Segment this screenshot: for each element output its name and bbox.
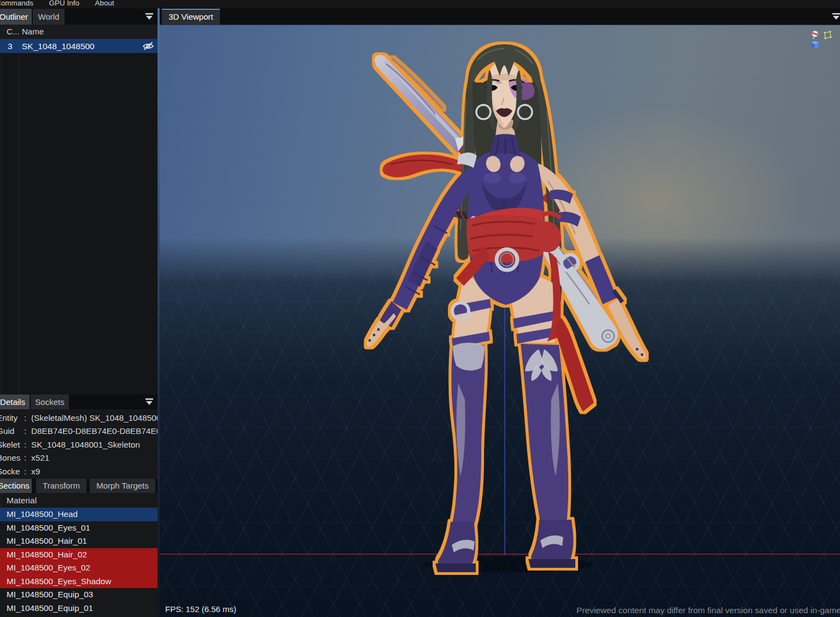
character-model: [160, 25, 840, 617]
tab-world[interactable]: World: [33, 9, 65, 25]
material-row[interactable]: MI_1048500_Eyes_01: [0, 521, 158, 535]
menu-commands[interactable]: Commands: [0, 0, 33, 9]
column-divider: [1, 25, 2, 395]
viewport-filter-icon[interactable]: [832, 13, 840, 22]
menu-gpu-info[interactable]: GPU Info: [49, 0, 79, 9]
tab-3d-viewport[interactable]: 3D Viewport: [162, 9, 220, 25]
row-count: 3: [8, 39, 13, 53]
material-row[interactable]: MI_1048500_Hair_01: [0, 534, 158, 548]
property-bones: Bones:x521: [0, 451, 158, 465]
viewport-canvas[interactable]: FPS: 152 (6.56 ms) Previewed content may…: [160, 25, 840, 617]
tab-outliner[interactable]: Outliner: [0, 9, 32, 25]
outliner-filter-icon[interactable]: [145, 13, 154, 22]
column-divider: [19, 25, 19, 395]
column-name: Name: [22, 25, 44, 39]
property-sockets: Socke:x9: [0, 465, 158, 478]
fps-counter: FPS: 152 (6.56 ms): [165, 604, 236, 614]
preview-disclaimer: Previewed content may differ from final …: [576, 606, 840, 615]
bounds-cube-icon[interactable]: [810, 40, 820, 50]
row-name: SK_1048_1048500: [22, 39, 95, 53]
tab-morph-targets[interactable]: Morph Targets: [90, 479, 155, 493]
app-window: Commands GPU Info About Outliner World 3…: [0, 0, 840, 617]
sockets-off-icon[interactable]: [810, 30, 820, 40]
vertices-icon[interactable]: [823, 30, 832, 40]
menu-bar: Commands GPU Info About: [0, 0, 840, 8]
property-entity: Entity:(SkeletalMesh) SK_1048_1048500: [0, 412, 158, 425]
menu-about[interactable]: About: [95, 0, 114, 9]
details-panel: Entity:(SkeletalMesh) SK_1048_1048500 Gu…: [0, 409, 158, 481]
outliner-row[interactable]: 3 SK_1048_1048500: [0, 39, 158, 53]
material-row[interactable]: MI_1048500_Hair_02: [0, 548, 158, 562]
column-count: C...: [7, 25, 19, 39]
tab-strip: [0, 8, 840, 25]
viewport-toolbar: [810, 30, 840, 41]
visibility-off-icon[interactable]: [142, 41, 154, 55]
material-row[interactable]: MI_1048500_Equip_03: [0, 588, 158, 602]
material-list: MI_1048500_Head MI_1048500_Eyes_01 MI_10…: [0, 508, 158, 617]
material-row[interactable]: MI_1048500_Equip_01: [0, 602, 158, 615]
tab-sockets[interactable]: Sockets: [31, 395, 69, 409]
details-filter-icon[interactable]: [145, 398, 154, 408]
property-guid: Guid:D8EB74E0-D8EB74E0-D8EB74E0-D8EB74E0: [0, 425, 158, 438]
outliner-panel: C... Name 3 SK_1048_1048500: [0, 25, 158, 395]
tab-details[interactable]: Details: [0, 395, 30, 409]
material-row[interactable]: MI_1048500_Eyes_Shadow: [0, 575, 158, 589]
material-column-header: Material: [0, 493, 158, 508]
material-row[interactable]: MI_1048500_Eyes_02: [0, 561, 158, 575]
material-row[interactable]: MI_1048500_Head: [0, 508, 158, 521]
outliner-header: C... Name: [0, 25, 158, 39]
tab-transform[interactable]: Transform: [36, 479, 86, 493]
property-skeleton: Skelet:SK_1048_1048001_Skeleton: [0, 438, 158, 451]
tab-sections[interactable]: Sections: [0, 479, 32, 493]
